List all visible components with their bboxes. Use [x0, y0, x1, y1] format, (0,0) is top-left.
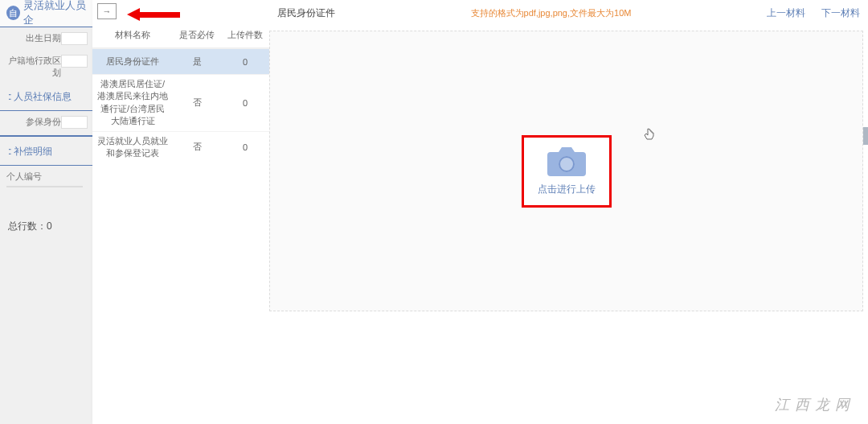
field-insured-status: 参保身份 [0, 111, 92, 134]
cell-count: 0 [221, 57, 269, 67]
app-title: 灵活就业人员企 [23, 0, 92, 27]
field-personal-no: 个人编号 [0, 166, 92, 192]
format-hint: 支持的格式为pdf,jpg,png,文件最大为10M [335, 7, 767, 19]
table-row[interactable]: 港澳居民居住证/港澳居民来往内地通行证/台湾居民大陆通行证 否 0 [92, 74, 269, 131]
table-row[interactable]: 居民身份证件 是 0 [92, 48, 269, 74]
watermark: 江 西 龙 网 [775, 395, 850, 414]
cell-required: 否 [173, 141, 221, 153]
arrow-shaft [140, 12, 180, 18]
cell-count: 0 [221, 142, 269, 152]
document-title: 居民身份证件 [277, 6, 335, 20]
scrollbar-thumb[interactable] [863, 127, 868, 145]
upload-button[interactable]: 点击进行上传 [522, 135, 612, 208]
divider [0, 135, 92, 137]
upload-label: 点击进行上传 [538, 183, 596, 196]
camera-icon [546, 146, 588, 178]
materials-table: 材料名称 是否必传 上传件数 居民身份证件 是 0 港澳居民居住证/港澳居民来往… [92, 23, 269, 163]
app-header: 自 灵活就业人员企 [0, 0, 92, 26]
total-rows: 总行数：0 [0, 213, 92, 240]
left-form-panel: 自 灵活就业人员企 人员基本信息 出生日期 户籍地行政区划 人员社保信息 参保身… [0, 0, 92, 424]
cell-required: 否 [173, 97, 221, 109]
prev-material-link[interactable]: 上一材料 [767, 6, 805, 20]
col-header-count: 上传件数 [221, 29, 269, 41]
main-content: 居民身份证件 支持的格式为pdf,jpg,png,文件最大为10M 上一材料 下… [269, 0, 868, 424]
table-row[interactable]: 灵活就业人员就业和参保登记表 否 0 [92, 131, 269, 163]
field-label: 出生日期 [5, 32, 61, 45]
upload-dropzone[interactable]: 点击进行上传 [269, 31, 863, 311]
section-supplement: 补偿明细 [0, 138, 92, 166]
cell-name: 灵活就业人员就业和参保登记表 [92, 135, 173, 160]
field-birth-date: 出生日期 [0, 27, 92, 50]
field-input[interactable] [61, 55, 88, 68]
main-header: 居民身份证件 支持的格式为pdf,jpg,png,文件最大为10M 上一材料 下… [269, 0, 868, 26]
field-input[interactable] [61, 32, 88, 45]
material-nav: 上一材料 下一材料 [767, 6, 860, 20]
arrow-head-icon [127, 8, 140, 21]
collapse-button[interactable]: → [97, 3, 117, 19]
cursor-pointer-icon [643, 127, 656, 142]
cell-name: 港澳居民居住证/港澳居民来往内地通行证/台湾居民大陆通行证 [92, 78, 173, 128]
field-label: 户籍地行政区划 [5, 55, 61, 79]
materials-panel: → 材料名称 是否必传 上传件数 居民身份证件 是 0 港澳居民居住证/港澳居民… [92, 0, 269, 424]
annotation-arrow [127, 8, 180, 21]
materials-panel-header: → [92, 0, 269, 23]
field-input[interactable] [61, 116, 88, 129]
col-header-required: 是否必传 [173, 29, 221, 41]
section-social-info: 人员社保信息 [0, 84, 92, 111]
cell-name: 居民身份证件 [92, 56, 173, 68]
field-label: 个人编号 [6, 171, 42, 183]
cell-count: 0 [221, 98, 269, 108]
col-header-name: 材料名称 [92, 29, 173, 41]
field-label: 参保身份 [5, 116, 61, 129]
logo-icon: 自 [6, 6, 20, 20]
arrow-right-icon: → [103, 6, 112, 16]
field-textarea[interactable] [6, 186, 83, 187]
cell-required: 是 [173, 56, 221, 68]
next-material-link[interactable]: 下一材料 [821, 6, 860, 20]
table-header-row: 材料名称 是否必传 上传件数 [92, 23, 269, 48]
field-register-area: 户籍地行政区划 [0, 50, 92, 84]
